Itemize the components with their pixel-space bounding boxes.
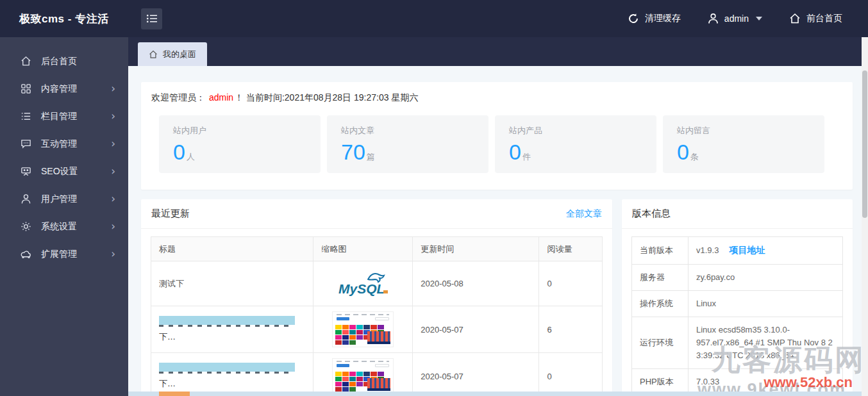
stat-label: 站内文章 bbox=[341, 125, 474, 136]
user-icon bbox=[21, 194, 31, 204]
sidebar-item-label: 内容管理 bbox=[41, 83, 77, 95]
svg-text:MySQL: MySQL bbox=[338, 281, 385, 296]
tab-label: 我的桌面 bbox=[163, 49, 196, 60]
sidebar-item-label: 用户管理 bbox=[41, 194, 77, 205]
collapse-menu-button[interactable] bbox=[141, 8, 162, 29]
table-row[interactable]: 测试下 MySQL bbox=[151, 261, 603, 306]
main-area: 我的桌面 欢迎管理员： admin！ 当前时间:2021年08月28日 19:2… bbox=[128, 37, 868, 396]
column-views: 阅读量 bbox=[539, 237, 603, 261]
article-date: 2020-05-07 bbox=[413, 306, 539, 353]
refresh-icon bbox=[628, 13, 639, 24]
sidebar-item-seo-settings[interactable]: SEO设置 › bbox=[0, 158, 128, 185]
version-info-table: 当前版本 v1.9.3项目地址 服务器 zy.6pay.co 操作系统 Linu… bbox=[631, 236, 843, 396]
stat-card-site-users: 站内用户 0人 bbox=[159, 115, 321, 173]
redaction-bar bbox=[159, 316, 295, 325]
table-row[interactable]: 下… 2020 bbox=[151, 306, 603, 353]
sidebar-item-extension-management[interactable]: 扩展管理 › bbox=[0, 240, 128, 268]
clear-cache-button[interactable]: 清理缓存 bbox=[628, 13, 681, 24]
bottom-redaction-strip bbox=[128, 392, 868, 396]
cloud-icon bbox=[21, 249, 31, 260]
stat-unit: 人 bbox=[187, 152, 195, 161]
article-title: 测试下 bbox=[151, 261, 313, 306]
stat-label: 站内产品 bbox=[509, 125, 642, 136]
mysql-logo: MySQL bbox=[321, 269, 405, 299]
version-label: 操作系统 bbox=[632, 290, 689, 317]
tab-my-desktop[interactable]: 我的桌面 bbox=[138, 42, 207, 66]
stat-value: 0 bbox=[677, 140, 689, 164]
sidebar-item-content-management[interactable]: 内容管理 › bbox=[0, 75, 128, 103]
site-thumbnail-mosaic bbox=[332, 358, 394, 394]
chevron-right-icon: › bbox=[111, 111, 115, 122]
sidebar-item-label: 系统设置 bbox=[41, 221, 77, 233]
table-row[interactable]: 下… 2020 bbox=[151, 353, 603, 396]
home-icon bbox=[21, 56, 31, 67]
site-thumbnail-mosaic bbox=[332, 311, 394, 347]
column-update-time: 更新时间 bbox=[413, 237, 539, 261]
sidebar-item-user-management[interactable]: 用户管理 › bbox=[0, 185, 128, 213]
runtime-env-value: Linux ecsd58m35 3.10.0-957.el7.x86_64 #1… bbox=[689, 317, 843, 368]
sidebar-item-system-settings[interactable]: 系统设置 › bbox=[0, 213, 128, 240]
stat-value: 70 bbox=[341, 140, 365, 164]
top-header: 极致cms - 专注活 清理缓存 bbox=[0, 0, 868, 37]
gear-icon bbox=[21, 221, 31, 232]
sidebar-item-label: 互动管理 bbox=[41, 138, 77, 150]
article-title: 下… bbox=[159, 378, 305, 390]
stat-label: 站内留言 bbox=[677, 125, 810, 136]
version-info-panel: 版本信息 当前版本 v1.9.3项目地址 服务器 zy.6pay.co bbox=[622, 199, 853, 396]
version-info-title: 版本信息 bbox=[632, 208, 671, 220]
chat-icon bbox=[21, 138, 31, 149]
table-header-row: 标题 缩略图 更新时间 阅读量 bbox=[151, 237, 603, 261]
version-row: 服务器 zy.6pay.co bbox=[632, 264, 843, 290]
sidebar-item-interaction-management[interactable]: 互动管理 › bbox=[0, 130, 128, 158]
stat-value: 0 bbox=[173, 140, 185, 164]
version-row: 当前版本 v1.9.3项目地址 bbox=[632, 237, 843, 265]
chevron-right-icon: › bbox=[111, 249, 115, 260]
article-date: 2020-05-07 bbox=[413, 353, 539, 396]
chevron-right-icon: › bbox=[111, 83, 115, 94]
content-area: 欢迎管理员： admin！ 当前时间:2021年08月28日 19:27:03 … bbox=[128, 66, 868, 396]
all-articles-link[interactable]: 全部文章 bbox=[566, 208, 602, 220]
chevron-right-icon: › bbox=[111, 166, 115, 177]
stat-cards: 站内用户 0人 站内文章 70篇 站内产品 0件 站内留言 0条 bbox=[159, 115, 824, 190]
stat-card-site-products: 站内产品 0件 bbox=[495, 115, 656, 173]
front-home-button[interactable]: 前台首页 bbox=[789, 13, 842, 24]
recent-updates-panel: 最近更新 全部文章 标题 缩略图 更新时间 阅读量 bbox=[141, 199, 612, 396]
article-title: 下… bbox=[159, 331, 305, 343]
front-home-label: 前台首页 bbox=[806, 13, 842, 24]
sidebar-item-backend-home[interactable]: 后台首页 bbox=[0, 47, 128, 75]
home-icon bbox=[149, 50, 158, 59]
sidebar: 后台首页 内容管理 › 栏目管理 › 互动管理 › SEO设置 › 用户管理 ›… bbox=[0, 37, 128, 396]
screen-icon bbox=[21, 166, 31, 177]
scrollbar-thumb[interactable] bbox=[862, 70, 867, 218]
column-thumbnail: 缩略图 bbox=[313, 237, 413, 261]
os-value: Linux bbox=[689, 290, 843, 317]
user-icon bbox=[708, 13, 719, 24]
stat-unit: 件 bbox=[522, 152, 531, 161]
sidebar-item-label: SEO设置 bbox=[41, 166, 78, 177]
chevron-down-icon bbox=[756, 17, 762, 21]
stat-card-site-articles: 站内文章 70篇 bbox=[327, 115, 488, 173]
header-actions: 清理缓存 admin 前台首页 bbox=[628, 13, 868, 24]
article-date: 2020-05-08 bbox=[413, 261, 539, 306]
welcome-prefix: 欢迎管理员： bbox=[151, 92, 205, 103]
clear-cache-label: 清理缓存 bbox=[645, 13, 681, 24]
stat-card-site-messages: 站内留言 0条 bbox=[663, 115, 824, 173]
welcome-panel: 欢迎管理员： admin！ 当前时间:2021年08月28日 19:27:03 … bbox=[141, 82, 853, 190]
article-views: 0 bbox=[539, 261, 603, 306]
version-label: 服务器 bbox=[632, 264, 689, 290]
bottom-redaction-orange bbox=[159, 392, 190, 396]
chevron-right-icon: › bbox=[111, 194, 115, 204]
redacted-text-fragment bbox=[159, 325, 291, 327]
recent-updates-title: 最近更新 bbox=[151, 208, 190, 220]
current-time-text: 当前时间:2021年08月28日 19:27:03 星期六 bbox=[246, 92, 418, 103]
recent-updates-table: 标题 缩略图 更新时间 阅读量 测试下 bbox=[151, 236, 603, 396]
sidebar-item-column-management[interactable]: 栏目管理 › bbox=[0, 103, 128, 130]
sidebar-item-label: 扩展管理 bbox=[41, 249, 77, 260]
version-row: 操作系统 Linux bbox=[632, 290, 843, 317]
stat-value: 0 bbox=[509, 140, 521, 164]
home-icon bbox=[789, 13, 801, 24]
project-url-link[interactable]: 项目地址 bbox=[729, 245, 765, 255]
vertical-scrollbar[interactable] bbox=[862, 37, 868, 396]
menu-icon bbox=[146, 13, 158, 24]
user-menu[interactable]: admin bbox=[708, 13, 762, 24]
